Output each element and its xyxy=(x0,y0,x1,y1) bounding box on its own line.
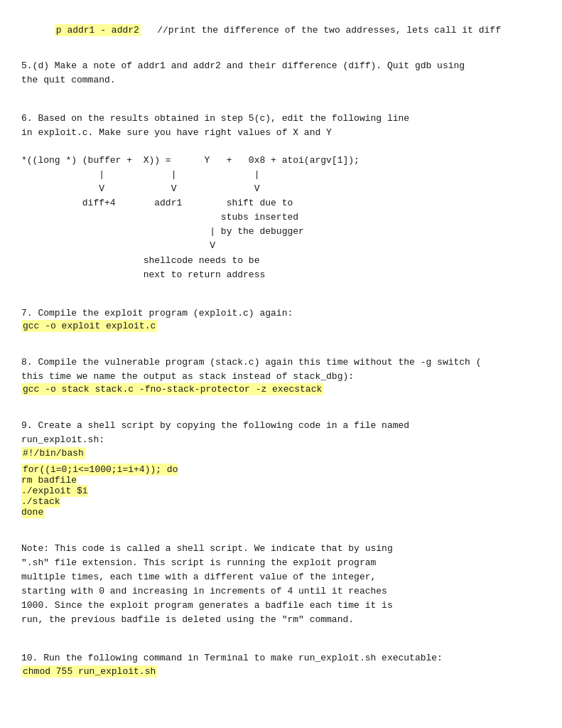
diagram-content: *((long *) (buffer + X)) = Y + 0x8 + ato… xyxy=(21,154,541,282)
section-9-text: 9. Create a shell script by copying the … xyxy=(21,419,541,447)
section-8: 8. Compile the vulnerable program (stack… xyxy=(21,355,541,395)
section-9-code1: #!/bin/bash xyxy=(21,448,541,459)
section-p-command: p addr1 - addr2 //print the difference o… xyxy=(21,14,541,46)
section-10-text: 10. Run the following command in Termina… xyxy=(21,651,541,665)
section-7-text: 7. Compile the exploit program (exploit.… xyxy=(21,306,541,321)
section-5d-text: 5.(d) Make a note of addr1 and addr2 and… xyxy=(21,59,541,87)
section-10: 10. Run the following command in Termina… xyxy=(21,651,541,676)
section-note: Note: This code is called a shell script… xyxy=(21,542,541,628)
section-9-code2: for((i=0;i<=1000;i=i+4)); do rm badfile … xyxy=(21,464,541,518)
p-command-line: p addr1 - addr2 //print the difference o… xyxy=(21,14,541,46)
section-note-text: Note: This code is called a shell script… xyxy=(21,542,541,628)
section-10-code: chmod 755 run_exploit.sh xyxy=(21,666,541,677)
section-9: 9. Create a shell script by copying the … xyxy=(21,419,541,517)
section-7: 7. Compile the exploit program (exploit.… xyxy=(21,306,541,331)
section-8-code: gcc -o stack stack.c -fno-stack-protecto… xyxy=(21,384,541,395)
page-content: p addr1 - addr2 //print the difference o… xyxy=(21,14,541,677)
section-8-text: 8. Compile the vulnerable program (stack… xyxy=(21,355,541,384)
diagram-block: *((long *) (buffer + X)) = Y + 0x8 + ato… xyxy=(21,154,541,282)
p-command-comment: //print the difference of the two addres… xyxy=(141,25,501,36)
section-7-code: gcc -o exploit exploit.c xyxy=(21,321,541,331)
section-6-text: 6. Based on the results obtained in step… xyxy=(21,112,541,140)
p-command-highlight: p addr1 - addr2 xyxy=(55,24,141,36)
section-6: 6. Based on the results obtained in step… xyxy=(21,112,541,140)
section-5d: 5.(d) Make a note of addr1 and addr2 and… xyxy=(21,59,541,87)
